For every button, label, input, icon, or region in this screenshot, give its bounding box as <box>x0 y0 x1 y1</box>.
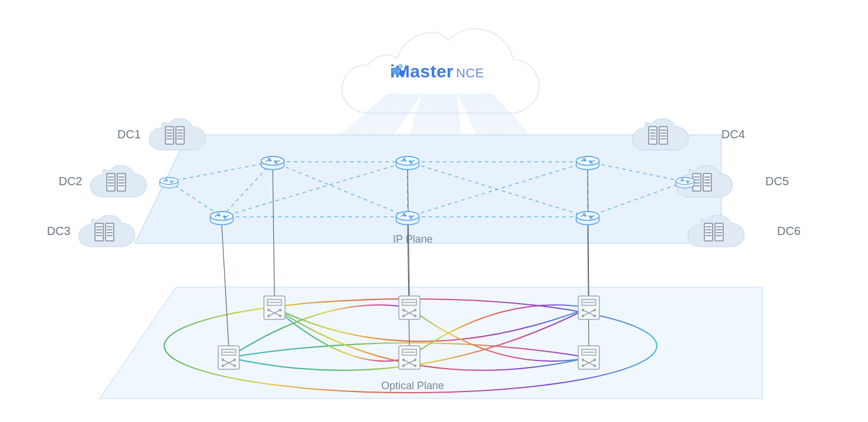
oxc-o3-icon <box>398 295 421 321</box>
oxc-o5-icon <box>577 295 601 321</box>
svg-point-105 <box>234 359 236 361</box>
svg-point-135 <box>594 315 596 317</box>
oxc-o2-icon <box>263 295 286 321</box>
dc2-label: DC2 <box>59 175 82 188</box>
svg-point-104 <box>222 359 224 361</box>
router-r4-icon <box>394 208 421 226</box>
svg-point-90 <box>262 156 284 165</box>
svg-point-118 <box>403 309 405 311</box>
svg-point-107 <box>234 365 236 367</box>
svg-rect-25 <box>165 127 174 144</box>
optical-plane-label: Optical Plane <box>381 380 444 392</box>
svg-rect-45 <box>95 223 103 241</box>
svg-point-112 <box>280 309 282 311</box>
svg-rect-46 <box>106 223 114 241</box>
svg-line-16 <box>222 224 229 347</box>
svg-point-120 <box>403 315 405 317</box>
brand-logo-icon <box>390 62 406 78</box>
svg-point-100 <box>676 178 694 185</box>
svg-rect-35 <box>107 173 115 191</box>
svg-point-106 <box>222 365 224 367</box>
svg-point-24 <box>399 70 405 76</box>
brand-sub: NCE <box>456 66 484 80</box>
svg-point-119 <box>415 309 416 311</box>
svg-line-17 <box>273 169 274 297</box>
svg-point-92 <box>396 156 419 165</box>
svg-point-141 <box>582 365 584 367</box>
svg-point-86 <box>160 178 178 185</box>
svg-rect-76 <box>715 223 723 241</box>
svg-point-94 <box>396 212 419 220</box>
svg-rect-36 <box>117 173 126 191</box>
svg-point-114 <box>280 315 282 317</box>
brand-text: iMasterNCE <box>390 62 484 81</box>
oxc-o4-icon <box>398 345 421 370</box>
router-edgeL-icon <box>158 175 179 189</box>
svg-rect-66 <box>703 173 711 191</box>
svg-point-139 <box>582 359 584 361</box>
router-r1-icon <box>208 208 235 226</box>
router-r3-icon <box>394 153 421 171</box>
dc4-label: DC4 <box>721 128 745 141</box>
ip-plane-label: IP Plane <box>393 233 433 246</box>
svg-point-113 <box>268 315 270 317</box>
svg-point-22 <box>392 67 399 74</box>
svg-point-125 <box>403 359 405 361</box>
dc6-icon <box>683 215 736 243</box>
dc3-label: DC3 <box>47 224 70 238</box>
svg-point-126 <box>415 359 416 361</box>
router-r2-icon <box>259 153 286 171</box>
svg-point-88 <box>211 212 233 220</box>
svg-point-132 <box>582 309 584 311</box>
dc4-icon <box>628 118 680 147</box>
dc6-label: DC6 <box>777 224 801 238</box>
svg-point-23 <box>398 64 403 69</box>
svg-point-142 <box>594 365 596 367</box>
dc1-icon <box>144 118 197 147</box>
dc2-icon <box>86 165 138 193</box>
svg-point-111 <box>268 309 270 311</box>
svg-point-140 <box>594 359 596 361</box>
oxc-o1-icon <box>217 345 240 370</box>
svg-rect-75 <box>704 223 713 241</box>
dc1-label: DC1 <box>117 128 141 141</box>
svg-point-121 <box>415 315 416 317</box>
svg-rect-26 <box>176 127 184 144</box>
dc3-icon <box>74 215 127 243</box>
svg-point-128 <box>415 365 416 367</box>
oxc-o6-icon <box>577 345 601 370</box>
svg-point-134 <box>582 315 584 317</box>
svg-rect-55 <box>649 127 657 144</box>
diagram-root: { "brand": {"main":"iMaster","sub":"NCE"… <box>0 0 868 422</box>
router-edgeR-icon <box>674 175 696 189</box>
router-r6-icon <box>574 208 601 226</box>
svg-point-96 <box>577 156 599 165</box>
svg-point-127 <box>403 365 405 367</box>
svg-rect-56 <box>659 127 667 144</box>
svg-point-133 <box>594 309 596 311</box>
router-r5-icon <box>574 153 601 171</box>
dc5-label: DC5 <box>765 175 789 188</box>
svg-point-98 <box>577 212 599 220</box>
